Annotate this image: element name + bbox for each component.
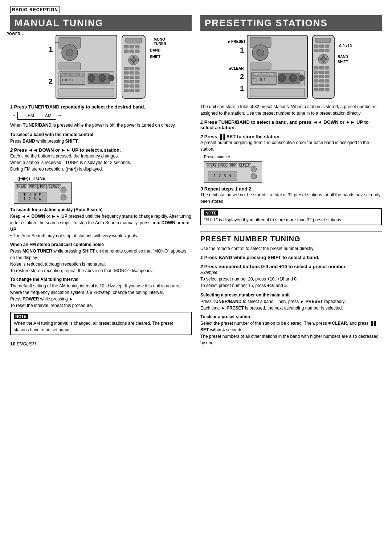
svg-rect-109 [319, 88, 324, 91]
svg-rect-78 [250, 88, 305, 97]
svg-rect-40 [124, 71, 128, 74]
svg-rect-48 [135, 80, 139, 83]
preset-band-tabs: F-BAS ROCK POP CLASIC [206, 163, 251, 168]
svg-rect-100 [319, 75, 324, 78]
svg-rect-25 [124, 45, 128, 48]
select-band-text: Press BAND while pressing SHIFT. [10, 138, 192, 144]
callout-2: 2 [49, 77, 53, 86]
band-diagram-box: F-BAS ROCK POP CLASIC T U N E1 2 3 4 [14, 183, 72, 204]
fm-noise-text3: To restore stereo reception, repeat the … [10, 267, 192, 274]
radio-reception-label: RADIO RECEPTION [10, 7, 382, 15]
svg-rect-27 [135, 45, 139, 48]
note-label-left: NOTE [14, 314, 28, 319]
note-label-right: NOTE [204, 210, 218, 216]
preset-remote-label-shift: SHIFT [338, 60, 348, 64]
band-display-diagram: F-BAS ROCK POP CLASIC T U N E1 2 3 4 [14, 183, 192, 204]
band-display-box: T U N E1 2 3 4 [18, 192, 47, 202]
pnt-step2-block: 2 Press numbered buttons 0-9 and +10 to … [200, 264, 382, 289]
right-step2-block: 2 Press ▐▐ SET to store the station. A p… [200, 134, 382, 183]
svg-point-76 [289, 74, 297, 82]
right-column: PRESETTING STATIONS 1 2 1 [200, 15, 382, 349]
svg-rect-110 [325, 88, 329, 91]
right-step3-text: 3 Repeat steps 1 and 2. [200, 186, 382, 192]
am-interval-text1: The default setting of the AM tuning int… [10, 283, 192, 296]
svg-rect-30 [135, 50, 139, 53]
step2-text2: When a station is received, "TUNE" is di… [10, 159, 192, 166]
svg-rect-45 [135, 76, 139, 79]
svg-text:POP: POP [71, 74, 75, 76]
step1-note: When TUNER/BAND is pressed while the pow… [10, 122, 192, 128]
svg-rect-94 [319, 66, 324, 69]
svg-text:POP: POP [262, 73, 266, 75]
callout-1: 1 [49, 45, 53, 54]
svg-point-77 [299, 75, 305, 81]
svg-point-55 [61, 187, 66, 193]
right-step2-text: 2 Press ▐▐ SET to store the station. [200, 134, 382, 139]
note-box-right: NOTE "FULL" is displayed if you attempt … [200, 208, 382, 225]
pnt-step2-text: 2 Press numbered buttons 0-9 and +10 to … [200, 264, 382, 269]
svg-rect-82 [319, 45, 324, 48]
manual-tuning-title: MANUAL TUNING [10, 15, 192, 31]
svg-text:ROCK: ROCK [257, 73, 262, 75]
preset-remote-svg [311, 34, 336, 99]
svg-rect-21 [59, 88, 114, 97]
speaker-icons [60, 187, 70, 201]
svg-rect-28 [124, 50, 128, 53]
am-interval-title: To change the AM tuning interval [10, 277, 192, 282]
svg-rect-102 [314, 79, 318, 82]
svg-rect-46 [124, 80, 128, 83]
selecting-preset-text1: Press TUNER/BAND to select a band. Then,… [200, 298, 382, 305]
am-interval-text3: To reset the interval, repeat this proce… [10, 302, 192, 309]
note-text-right: "FULL" is displayed if you attempt to st… [204, 217, 378, 223]
clear-preset-text2: The preset numbers of all other stations… [200, 333, 382, 346]
fm-am-diagram: → FM →→ AM [17, 112, 56, 120]
preset-number-tuning-section: PRESET NUMBER TUNING Use the remote cont… [200, 231, 382, 346]
svg-text:CLASIC: CLASIC [266, 73, 273, 75]
pnt-example1: To select preset number 20, press +10, +… [200, 276, 382, 282]
svg-rect-97 [319, 71, 324, 74]
step1-text: 1 Press TUNER/BAND repeatedly to select … [10, 104, 192, 110]
tune-display-area: ((•◉•)) TUNE [17, 176, 192, 181]
svg-rect-53 [130, 89, 134, 92]
svg-text:ROCK: ROCK [66, 74, 71, 76]
svg-point-18 [88, 74, 95, 82]
right-step2-subtext: A preset number beginning from 1 in cons… [200, 139, 382, 152]
preset-label-arrow: ►PRESET [228, 40, 246, 44]
select-band-title: To select a band with the remote control [10, 132, 192, 137]
step1-block: 1 Press TUNER/BAND repeatedly to select … [10, 104, 192, 128]
preset-stereo-svg: F-BAS ROCK POP CLASIC T U N E [246, 34, 308, 99]
page-number: 10 ENGLISH [10, 341, 192, 347]
svg-rect-51 [135, 85, 139, 87]
svg-rect-98 [325, 71, 329, 74]
svg-rect-24 [126, 38, 142, 43]
remote-label-band: BAND [150, 48, 160, 52]
note-text-left: When the AM tuning interval is changed, … [14, 320, 188, 333]
svg-rect-42 [135, 71, 139, 74]
preset-remote-label-band: BAND [338, 55, 348, 59]
stereo-unit-svg: F-BAS ROCK POP CLASIC T U N E [55, 34, 118, 99]
preset-speaker-icons [250, 165, 260, 180]
svg-rect-108 [314, 88, 318, 91]
svg-rect-95 [325, 66, 329, 69]
preset-number-tuning-title: PRESET NUMBER TUNING [200, 235, 382, 243]
remote-label-mono: MONOTUNER [154, 37, 166, 46]
svg-rect-85 [319, 49, 324, 52]
presetting-intro: The unit can store a total of 32 preset … [200, 103, 382, 116]
svg-rect-38 [130, 67, 134, 70]
presetting-stations-title: PRESETTING STATIONS [200, 15, 382, 31]
step2-text1: Each time the button is pressed, the fre… [10, 153, 192, 159]
svg-point-19 [99, 74, 106, 82]
svg-rect-47 [130, 80, 134, 83]
clear-preset-section: To clear a preset station Select the pre… [200, 314, 382, 346]
svg-rect-101 [325, 75, 329, 78]
fm-noise-text1: Press MONO TUNER while pressing SHIFT on… [10, 248, 192, 261]
pnt-step1-block: 1 Press BAND while pressing SHIFT to sel… [200, 255, 382, 260]
fm-noise-title: When an FM stereo broadcast contains noi… [10, 242, 192, 247]
svg-rect-52 [124, 89, 128, 92]
svg-rect-43 [124, 76, 128, 79]
right-step3-subtext: The next station will not be stored if a… [200, 192, 382, 205]
tune-label: ((•◉•)) TUNE [17, 176, 45, 181]
svg-rect-29 [130, 50, 134, 53]
right-step1-block: 1 Press TUNER/BAND to select a band, and… [200, 119, 382, 130]
power-label: POWER ← [7, 32, 25, 36]
